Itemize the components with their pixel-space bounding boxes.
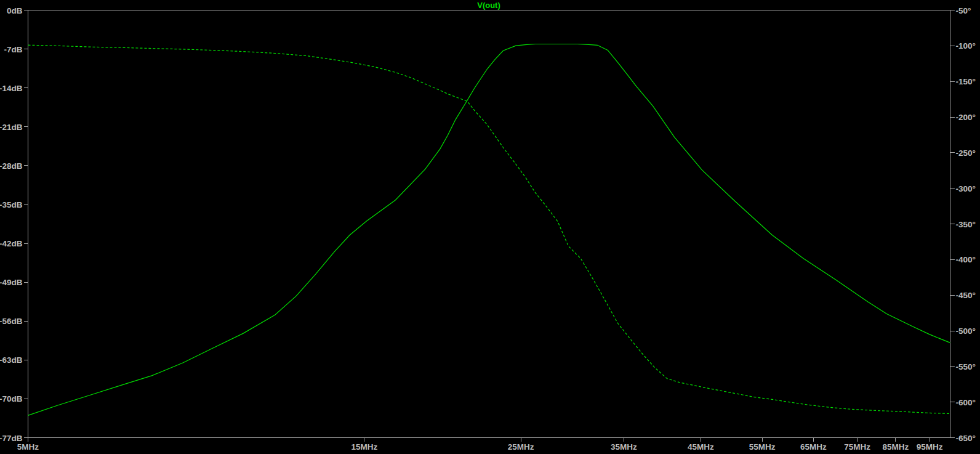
y-right-tick-label[interactable]: -400° bbox=[956, 255, 976, 264]
y-left-tick-label[interactable]: -14dB bbox=[0, 84, 23, 93]
x-tick-label[interactable]: 75MHz bbox=[844, 442, 870, 452]
y-right-tick-label[interactable]: -300° bbox=[956, 184, 976, 193]
y-left-tick-label[interactable]: -42dB bbox=[0, 239, 23, 248]
x-tick-label[interactable]: 65MHz bbox=[800, 442, 827, 452]
y-left-tick-label[interactable]: -28dB bbox=[0, 161, 23, 171]
y-right-tick-label[interactable]: -200° bbox=[956, 113, 976, 122]
x-tick-label[interactable]: 35MHz bbox=[611, 442, 637, 452]
x-tick-label[interactable]: 25MHz bbox=[508, 442, 534, 452]
y-right-tick-label[interactable]: -150° bbox=[956, 77, 976, 86]
y-left-tick-label[interactable]: -35dB bbox=[0, 200, 23, 209]
y-right-tick-label[interactable]: -450° bbox=[956, 291, 976, 300]
y-right-tick-label[interactable]: -500° bbox=[956, 326, 976, 336]
y-left-tick-label[interactable]: -63dB bbox=[0, 355, 23, 365]
y-right-tick-label[interactable]: -650° bbox=[956, 434, 976, 443]
x-tick-label[interactable]: 15MHz bbox=[351, 442, 378, 452]
y-axis-right-degrees[interactable]: -50°-100°-150°-200°-250°-300°-350°-400°-… bbox=[950, 6, 976, 443]
y-right-tick-label[interactable]: -100° bbox=[956, 41, 976, 51]
y-left-tick-label[interactable]: -70dB bbox=[0, 394, 23, 403]
y-left-tick-label[interactable]: -7dB bbox=[4, 45, 23, 54]
trace-phase bbox=[28, 45, 950, 413]
x-tick-label[interactable]: 45MHz bbox=[688, 442, 714, 452]
y-left-tick-label[interactable]: -21dB bbox=[0, 123, 23, 132]
y-left-tick-label[interactable]: -77dB bbox=[0, 434, 23, 443]
y-axis-left-db[interactable]: 0dB-7dB-14dB-21dB-28dB-35dB-42dB-49dB-56… bbox=[0, 6, 28, 443]
x-tick-label[interactable]: 5MHz bbox=[17, 442, 39, 452]
trace-magnitude bbox=[28, 44, 950, 416]
y-left-tick-label[interactable]: -56dB bbox=[0, 317, 23, 326]
x-axis[interactable]: 5MHz15MHz25MHz35MHz45MHz55MHz65MHz75MHz8… bbox=[17, 438, 943, 452]
plot-border bbox=[28, 10, 950, 438]
y-right-tick-label[interactable]: -50° bbox=[956, 6, 971, 15]
y-right-tick-label[interactable]: -350° bbox=[956, 220, 976, 229]
waveform-viewer: V(out) 5MHz15MHz25MHz35MHz45MHz55MHz65MH… bbox=[0, 0, 980, 454]
x-tick-label[interactable]: 95MHz bbox=[917, 442, 943, 452]
y-right-tick-label[interactable]: -550° bbox=[956, 362, 976, 371]
x-tick-label[interactable]: 85MHz bbox=[882, 442, 909, 452]
y-left-tick-label[interactable]: 0dB bbox=[7, 6, 23, 15]
x-tick-label[interactable]: 55MHz bbox=[749, 442, 776, 452]
y-right-tick-label[interactable]: -600° bbox=[956, 398, 976, 407]
y-right-tick-label[interactable]: -250° bbox=[956, 148, 976, 158]
bode-plot-canvas[interactable]: 5MHz15MHz25MHz35MHz45MHz55MHz65MHz75MHz8… bbox=[0, 0, 980, 454]
y-left-tick-label[interactable]: -49dB bbox=[0, 278, 23, 287]
